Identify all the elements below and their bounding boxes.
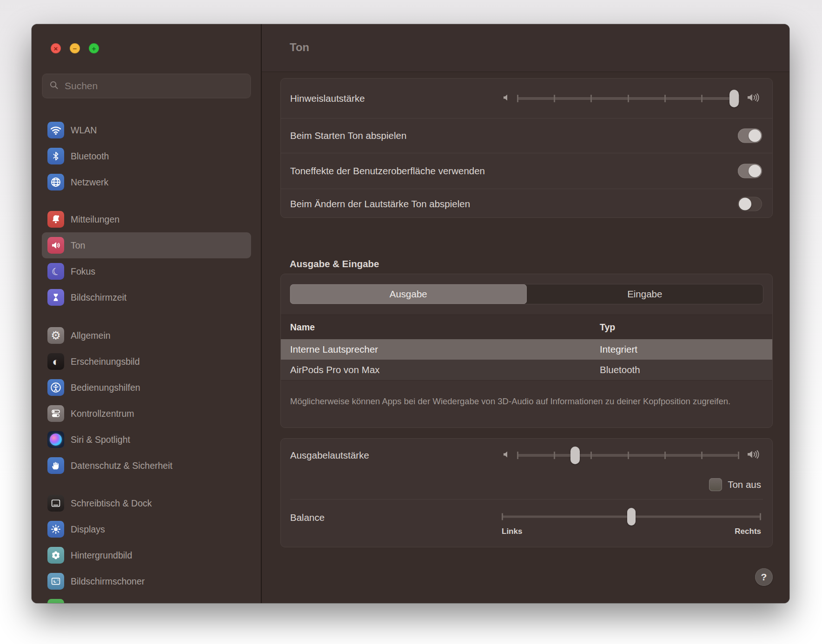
ui-sound-effects-label: Toneffekte der Benutzeroberfläche verwen…: [290, 165, 485, 177]
sidebar-item-siri-spotlight[interactable]: Siri & Spotlight: [42, 427, 251, 453]
balance-left-tick: [502, 513, 503, 520]
sidebar-item-label: Batterie: [71, 602, 102, 604]
sidebar-item-mitteilungen[interactable]: Mitteilungen: [42, 206, 251, 232]
panel-separator: [290, 499, 763, 499]
balance-right-label: Rechts: [735, 527, 761, 536]
sidebar-item-kontrollzentrum[interactable]: Kontrollzentrum: [42, 401, 251, 427]
table-row-internal-speakers[interactable]: Interne Lautsprecher Integriert: [281, 339, 772, 360]
flower-icon: [47, 547, 64, 564]
device-table-header: Name Typ: [281, 315, 772, 340]
tab-eingabe[interactable]: Eingabe: [527, 284, 763, 304]
gear-icon: ⚙: [47, 327, 64, 344]
output-volume-slider[interactable]: [503, 446, 761, 465]
device-name: Interne Lautsprecher: [290, 344, 378, 355]
sidebar-item-label: Schreibtisch & Dock: [71, 498, 152, 509]
balance-slider[interactable]: Links Rechts: [502, 507, 761, 536]
tab-ausgabe[interactable]: Ausgabe: [290, 284, 527, 304]
sidebar-item-label: Netzwerk: [71, 177, 108, 188]
battery-icon: [47, 599, 64, 603]
ui-sound-effects-toggle[interactable]: [738, 164, 762, 178]
speaker-loud-icon: [747, 92, 761, 105]
slider-thumb[interactable]: [627, 508, 636, 526]
page-title: Ton: [290, 41, 309, 54]
alert-volume-row: Hinweislautstärke: [281, 79, 772, 118]
siri-icon: [47, 431, 64, 448]
mute-label: Ton aus: [728, 479, 761, 490]
sidebar-item-ton[interactable]: Ton: [42, 232, 251, 258]
main-content: Hinweislautstärke: [262, 72, 789, 603]
traffic-lights: × − +: [51, 43, 99, 53]
mute-checkbox[interactable]: [709, 478, 722, 491]
balance-endpoint-labels: Links Rechts: [502, 527, 761, 536]
sidebar-item-bluetooth[interactable]: Bluetooth: [42, 143, 251, 169]
sidebar-item-netzwerk[interactable]: Netzwerk: [42, 169, 251, 195]
startup-sound-label: Beim Starten Ton abspielen: [290, 130, 406, 141]
sidebar-item-label: Siri & Spotlight: [71, 434, 130, 445]
column-typ: Typ: [600, 322, 615, 333]
ui-sound-effects-row: Toneffekte der Benutzeroberfläche verwen…: [281, 153, 772, 189]
device-type: Integriert: [600, 344, 637, 355]
output-input-segmented-control: Ausgabe Eingabe: [290, 284, 763, 304]
table-row-airpods[interactable]: AirPods Pro von Max Bluetooth: [281, 360, 772, 381]
wifi-icon: [47, 122, 64, 138]
moon-icon: ☾: [47, 263, 64, 280]
sidebar-item-label: Datenschutz & Sicherheit: [71, 460, 172, 471]
speaker-quiet-icon: [503, 93, 511, 104]
sidebar-item-fokus[interactable]: ☾ Fokus: [42, 258, 251, 284]
balance-label: Balance: [290, 512, 325, 523]
alert-volume-slider[interactable]: [503, 89, 761, 108]
speaker-icon: [47, 237, 64, 254]
main-header: Ton: [262, 24, 789, 72]
sun-icon: [47, 521, 64, 538]
output-volume-panel: Ausgabelautstärke: [280, 438, 773, 547]
globe-icon: [47, 174, 64, 191]
zoom-icon[interactable]: +: [89, 43, 99, 53]
accessibility-icon: [47, 379, 64, 396]
sidebar-item-label: Fokus: [71, 266, 95, 277]
sidebar-item-bedienungshilfen[interactable]: Bedienungshilfen: [42, 375, 251, 401]
sidebar-item-label: Displays: [71, 524, 105, 535]
alert-volume-label: Hinweislautstärke: [290, 93, 365, 104]
slider-ticks: [517, 95, 739, 102]
sidebar-item-label: Bildschirmschoner: [71, 576, 145, 587]
sidebar-item-label: Bluetooth: [71, 151, 109, 162]
help-button[interactable]: ?: [755, 568, 773, 586]
screenshot-page: × − + WLAN Bluetooth: [0, 0, 822, 644]
output-volume-label: Ausgabelautstärke: [290, 450, 369, 461]
speaker-quiet-icon: [503, 450, 511, 460]
sidebar-item-erscheinungsbild[interactable]: ◐ Erscheinungsbild: [42, 348, 251, 375]
slider-thumb[interactable]: [729, 90, 739, 107]
balance-right-tick: [760, 513, 761, 520]
contrast-icon: ◐: [47, 353, 64, 370]
sidebar-item-schreibtisch-dock[interactable]: Schreibtisch & Dock: [42, 490, 251, 516]
startup-sound-row: Beim Starten Ton abspielen: [281, 118, 772, 153]
sidebar-item-label: Allgemein: [71, 330, 111, 341]
sidebar-item-wlan[interactable]: WLAN: [42, 117, 251, 143]
mute-row: Ton aus: [709, 478, 761, 492]
sidebar: × − + WLAN Bluetooth: [32, 24, 261, 603]
toggles-icon: [47, 405, 64, 422]
volume-change-sound-toggle[interactable]: [738, 197, 762, 211]
device-name: AirPods Pro von Max: [290, 364, 380, 375]
devices-panel: Ausgabe Eingabe Name Typ Interne Lautspr…: [280, 274, 773, 428]
sidebar-item-bildschirmschoner[interactable]: Bildschirmschoner: [42, 568, 251, 594]
close-icon[interactable]: ×: [51, 43, 61, 53]
device-type: Bluetooth: [600, 364, 640, 375]
slider-thumb[interactable]: [570, 447, 580, 464]
search-field[interactable]: [42, 73, 251, 99]
speaker-loud-icon: [747, 449, 761, 461]
minimize-icon[interactable]: −: [70, 43, 80, 53]
sidebar-item-bildschirmzeit[interactable]: Bildschirmzeit: [42, 284, 251, 310]
sidebar-item-allgemein[interactable]: ⚙ Allgemein: [42, 322, 251, 348]
search-input[interactable]: [64, 80, 244, 92]
sidebar-item-label: WLAN: [71, 125, 97, 136]
bluetooth-icon: [47, 148, 64, 164]
sidebar-item-displays[interactable]: Displays: [42, 516, 251, 542]
column-name: Name: [290, 322, 315, 333]
sidebar-item-datenschutz[interactable]: Datenschutz & Sicherheit: [42, 453, 251, 479]
startup-sound-toggle[interactable]: [738, 129, 762, 143]
sidebar-item-hintergrundbild[interactable]: Hintergrundbild: [42, 542, 251, 568]
main-pane: Ton Hinweislautstärke: [262, 24, 789, 603]
slider-ticks: [517, 452, 739, 459]
sidebar-item-batterie[interactable]: Batterie: [42, 594, 251, 603]
